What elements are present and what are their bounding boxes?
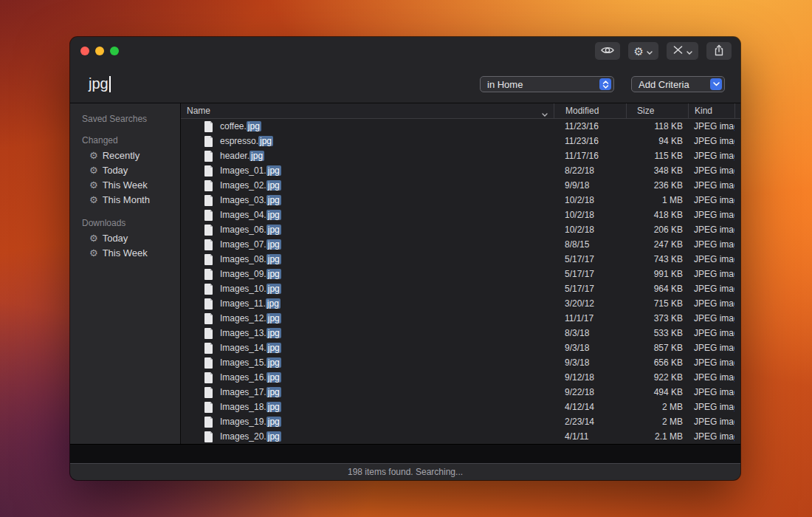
column-header-modified[interactable]: Modified <box>554 103 626 118</box>
table-row[interactable]: Images_16.jpg 9/12/18 922 KB JPEG image <box>181 370 740 385</box>
size-cell: 991 KB <box>626 269 688 279</box>
document-icon <box>204 195 213 206</box>
file-name-cell: Images_14.jpg <box>181 343 554 354</box>
search-match-highlight: jpg <box>266 328 281 338</box>
add-criteria-button[interactable]: Add Criteria <box>631 76 725 92</box>
table-row[interactable]: Images_01.jpg 8/22/18 348 KB JPEG image <box>181 163 740 178</box>
kind-cell: JPEG image <box>688 151 734 161</box>
table-row[interactable]: Images_08.jpg 5/17/17 743 KB JPEG image <box>181 252 740 267</box>
sidebar-item-this-week[interactable]: ⚙This Week <box>70 177 180 192</box>
file-name-cell: Images_09.jpg <box>181 269 554 280</box>
table-row[interactable]: Images_10.jpg 5/17/17 964 KB JPEG image <box>181 281 740 296</box>
column-header-name[interactable]: Name <box>181 103 554 118</box>
minimize-button[interactable] <box>95 47 104 55</box>
table-row[interactable]: Images_20.jpg 4/1/11 2.1 MB JPEG image <box>181 429 740 444</box>
column-header-size[interactable]: Size <box>626 103 688 118</box>
size-cell: 118 KB <box>626 121 688 131</box>
chevron-down-icon <box>647 46 653 57</box>
status-bar: 198 items found. Searching... <box>70 463 740 480</box>
document-icon <box>204 372 213 383</box>
search-scope-select[interactable]: in Home <box>480 76 614 92</box>
modified-cell: 9/9/18 <box>554 180 626 191</box>
file-name: Images_03.jpg <box>220 195 281 205</box>
table-row[interactable]: Images_13.jpg 8/3/18 533 KB JPEG image <box>181 326 740 340</box>
table-row[interactable]: Images_04.jpg 10/2/18 418 KB JPEG image <box>181 208 740 222</box>
document-icon <box>204 151 213 162</box>
size-cell: 1 MB <box>626 195 688 205</box>
table-row[interactable]: Images_17.jpg 9/22/18 494 KB JPEG image <box>181 385 740 400</box>
text-cursor <box>109 76 111 92</box>
document-icon <box>204 180 213 191</box>
search-match-highlight: jpg <box>266 225 281 235</box>
file-name-cell: Images_11.jpg <box>181 298 554 309</box>
file-name: Images_10.jpg <box>220 284 281 294</box>
sidebar-item-this-month[interactable]: ⚙This Month <box>70 192 180 207</box>
file-name-cell: Images_13.jpg <box>181 328 554 339</box>
size-cell: 206 KB <box>626 225 688 235</box>
smart-search-gear-icon: ⚙ <box>89 248 98 258</box>
file-name-cell: Images_07.jpg <box>181 239 554 250</box>
smart-search-gear-icon: ⚙ <box>89 180 98 190</box>
file-name-cell: Images_19.jpg <box>181 417 554 428</box>
table-row[interactable]: Images_14.jpg 9/3/18 857 KB JPEG image <box>181 340 740 355</box>
kind-cell: JPEG image <box>688 269 734 279</box>
size-cell: 373 KB <box>626 313 688 323</box>
kind-cell: JPEG image <box>688 225 734 235</box>
modified-cell: 5/17/17 <box>554 254 626 264</box>
sidebar-item-this-week[interactable]: ⚙This Week <box>70 245 180 260</box>
kind-cell: JPEG image <box>688 402 734 412</box>
tools-menu-button[interactable] <box>667 42 698 60</box>
document-icon <box>204 402 213 413</box>
modified-cell: 8/8/15 <box>554 239 626 250</box>
table-row[interactable]: coffee.jpg 11/23/16 118 KB JPEG image <box>181 119 740 134</box>
sidebar-item-today[interactable]: ⚙Today <box>70 162 180 177</box>
kind-cell: JPEG image <box>688 313 734 323</box>
table-row[interactable]: header.jpg 11/17/16 115 KB JPEG image <box>181 148 740 163</box>
desktop-wallpaper: ⚙ <box>0 0 812 517</box>
kind-cell: JPEG image <box>688 417 734 427</box>
table-row[interactable]: Images_11.jpg 3/20/12 715 KB JPEG image <box>181 296 740 311</box>
search-input[interactable]: jpg <box>89 73 236 95</box>
sidebar-item-label: Today <box>103 165 128 176</box>
file-name-cell: Images_08.jpg <box>181 254 554 265</box>
table-row[interactable]: Images_12.jpg 11/1/17 373 KB JPEG image <box>181 311 740 326</box>
table-row[interactable]: Images_15.jpg 9/3/18 656 KB JPEG image <box>181 355 740 370</box>
kind-cell: JPEG image <box>688 431 734 442</box>
sort-chevron-icon <box>542 109 548 118</box>
column-header-kind[interactable]: Kind <box>688 103 734 118</box>
quick-look-button[interactable] <box>595 42 620 60</box>
sidebar-sections: Changed⚙Recently⚙Today⚙This Week⚙This Mo… <box>70 135 180 260</box>
table-row[interactable]: Images_06.jpg 10/2/18 206 KB JPEG image <box>181 222 740 237</box>
kind-cell: JPEG image <box>688 343 734 353</box>
table-row[interactable]: Images_03.jpg 10/2/18 1 MB JPEG image <box>181 193 740 208</box>
table-row[interactable]: Images_07.jpg 8/8/15 247 KB JPEG image <box>181 237 740 252</box>
table-row[interactable]: Images_19.jpg 2/23/14 2 MB JPEG image <box>181 414 740 429</box>
action-menu-button[interactable]: ⚙ <box>628 42 658 60</box>
table-rows: coffee.jpg 11/23/16 118 KB JPEG image es… <box>181 119 740 444</box>
modified-cell: 11/23/16 <box>554 121 626 131</box>
sidebar-item-recently[interactable]: ⚙Recently <box>70 148 180 162</box>
file-name: Images_18.jpg <box>220 402 281 412</box>
table-row[interactable]: Images_09.jpg 5/17/17 991 KB JPEG image <box>181 267 740 281</box>
file-name: Images_15.jpg <box>220 357 281 368</box>
scrollbar-gutter <box>734 103 740 118</box>
document-icon <box>204 387 213 398</box>
modified-cell: 5/17/17 <box>554 269 626 279</box>
document-icon <box>204 328 213 339</box>
search-match-highlight: jpg <box>266 239 281 250</box>
close-button[interactable] <box>80 47 89 55</box>
add-criteria-label: Add Criteria <box>632 79 706 90</box>
search-match-highlight: jpg <box>250 151 264 161</box>
share-button[interactable] <box>706 42 732 60</box>
table-row[interactable]: espresso.jpg 11/23/16 94 KB JPEG image <box>181 134 740 148</box>
file-name: Images_04.jpg <box>220 210 281 220</box>
document-icon <box>204 225 213 236</box>
size-cell: 115 KB <box>626 151 688 161</box>
modified-cell: 4/1/11 <box>554 431 626 442</box>
window-titlebar[interactable]: ⚙ <box>70 37 740 65</box>
size-cell: 2 MB <box>626 402 688 412</box>
zoom-button[interactable] <box>110 47 119 55</box>
sidebar-item-today[interactable]: ⚙Today <box>70 230 180 245</box>
table-row[interactable]: Images_02.jpg 9/9/18 236 KB JPEG image <box>181 178 740 193</box>
table-row[interactable]: Images_18.jpg 4/12/14 2 MB JPEG image <box>181 400 740 414</box>
